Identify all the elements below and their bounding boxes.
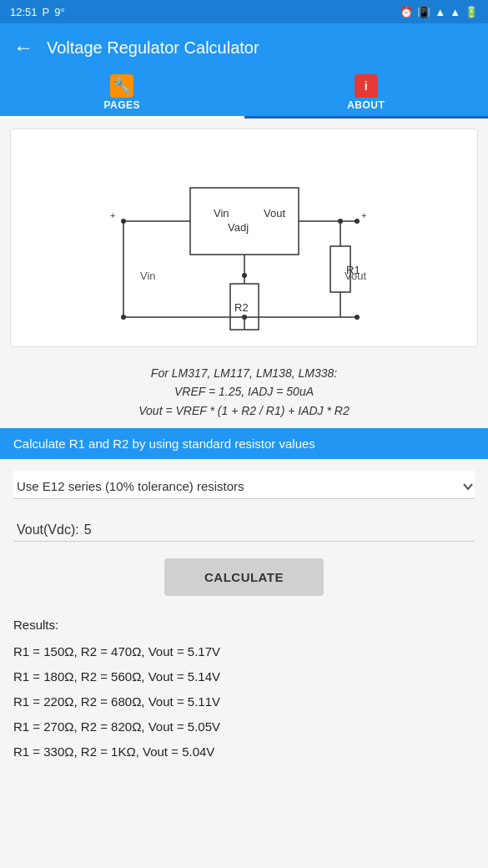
wifi-icon: ▲ [435,6,445,18]
result-row-0: R1 = 150Ω, R2 = 470Ω, Vout = 5.17V [13,639,475,664]
circuit-svg: Vin Vout Vadj + + R1 R2 [98,138,390,338]
svg-point-8 [355,219,360,224]
app-bar: ← Voltage Regulator Calculator [0,23,488,72]
formula-line1: For LM317, LM117, LM138, LM338: [151,366,337,380]
svg-point-28 [338,219,343,224]
battery-icon: 🔋 [465,6,478,18]
time-display: 12:51 [10,6,38,18]
svg-text:Vin: Vin [140,270,156,282]
carrier-display: P [43,6,50,18]
svg-text:Vadj: Vadj [228,221,249,234]
series-chevron [461,480,475,493]
result-row-4: R1 = 330Ω, R2 = 1KΩ, Vout = 5.04V [13,739,475,765]
result-row-3: R1 = 270Ω, R2 = 820Ω, Vout = 5.05V [13,714,475,739]
svg-text:R2: R2 [234,301,249,314]
series-label: Use E12 series (10% tolerance) resistors [13,479,244,493]
vout-input[interactable] [79,522,475,537]
chevron-down-icon [461,480,475,493]
formula-line3: Vout = VREF * (1 + R2 / R1) + IADJ * R2 [138,404,350,417]
series-section: Use E12 series (10% tolerance) resistors [0,459,488,499]
banner: Calculate R1 and R2 by using standard re… [0,428,488,459]
svg-text:+: + [110,210,115,220]
tabs-bar: 🔧 PAGES i ABOUT [0,72,488,119]
status-right: ⏰ 📳 ▲ ▲ 🔋 [400,6,478,18]
alarm-icon: ⏰ [400,6,413,18]
vout-label: Vout(Vdc): [13,522,79,537]
results-section: Results: R1 = 150Ω, R2 = 470Ω, Vout = 5.… [0,609,488,778]
signal-display: 9° [54,6,64,18]
result-row-1: R1 = 180Ω, R2 = 560Ω, Vout = 5.14V [13,664,475,689]
calculate-btn-row: CALCULATE [0,558,488,596]
back-button[interactable]: ← [13,36,33,59]
vibrate-icon: 📳 [417,6,430,18]
svg-point-22 [121,315,126,320]
svg-point-24 [355,315,360,320]
svg-text:Vout: Vout [345,270,366,282]
svg-text:+: + [361,210,366,220]
calculate-button[interactable]: CALCULATE [164,558,324,596]
signal-icon: ▲ [450,6,460,18]
banner-text: Calculate R1 and R2 by using standard re… [13,437,315,451]
pages-icon: 🔧 [110,74,133,98]
vout-row: Vout(Vdc): [13,511,475,542]
main-content: Vin Vout Vadj + + R1 R2 [0,119,488,868]
series-dropdown-row[interactable]: Use E12 series (10% tolerance) resistors [13,471,475,499]
circuit-diagram: Vin Vout Vadj + + R1 R2 [10,129,478,347]
about-icon: i [355,74,378,98]
status-bar: 12:51 P 9° ⏰ 📳 ▲ ▲ 🔋 [0,0,488,23]
result-row-2: R1 = 220Ω, R2 = 680Ω, Vout = 5.11V [13,689,475,714]
results-title: Results: [13,613,475,638]
svg-text:Vin: Vin [214,207,229,220]
formula-line2: VREF = 1.25, IADJ = 50uA [174,385,314,398]
svg-text:Vout: Vout [264,207,285,220]
tab-pages[interactable]: 🔧 PAGES [0,72,244,116]
tab-about[interactable]: i ABOUT [244,72,489,116]
formula-block: For LM317, LM117, LM138, LM338: VREF = 1… [0,357,488,428]
pages-tab-label: PAGES [103,99,140,111]
status-left: 12:51 P 9° [10,6,65,18]
svg-point-23 [242,315,247,320]
vout-section: Vout(Vdc): [0,499,488,542]
about-tab-label: ABOUT [347,99,385,111]
app-title: Voltage Regulator Calculator [47,38,259,58]
